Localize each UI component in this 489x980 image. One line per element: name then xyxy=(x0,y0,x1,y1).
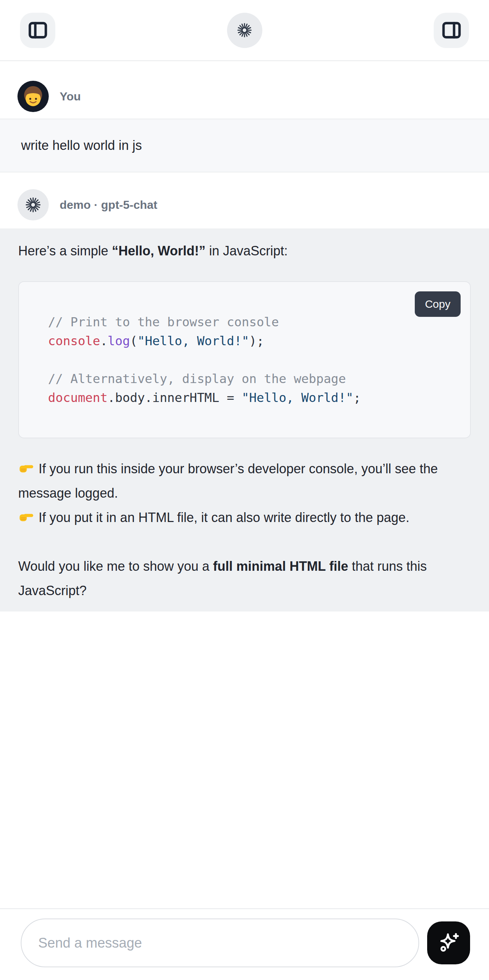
code-block: Copy // Print to the browser console con… xyxy=(18,281,471,438)
top-bar xyxy=(0,0,489,61)
sidebar-toggle-button[interactable] xyxy=(20,13,55,48)
message-composer xyxy=(0,908,489,980)
assistant-message-header: demo · gpt-5-chat xyxy=(18,189,489,220)
intro-text-after: in JavaScript: xyxy=(205,243,288,258)
assistant-note: If you run this inside your browser’s de… xyxy=(18,457,471,505)
user-message-bubble: write hello world in js xyxy=(0,119,489,172)
note-text: If you run this inside your browser’s de… xyxy=(18,461,438,501)
pointing-right-icon xyxy=(18,508,34,524)
question-text: Would you like me to show you a xyxy=(18,559,213,574)
message-input[interactable] xyxy=(21,918,419,967)
sparkle-icon xyxy=(436,931,460,955)
send-button[interactable] xyxy=(427,921,470,964)
panel-right-icon xyxy=(440,19,463,41)
assistant-intro-paragraph: Here’s a simple “Hello, World!” in JavaS… xyxy=(18,239,471,263)
pointing-right-icon xyxy=(18,459,34,475)
user-message-text: write hello world in js xyxy=(21,138,142,153)
starburst-icon xyxy=(236,22,253,38)
note-text: If you put it in an HTML file, it can al… xyxy=(38,510,409,525)
copy-button[interactable]: Copy xyxy=(415,291,460,317)
assistant-message-bubble: Here’s a simple “Hello, World!” in JavaS… xyxy=(0,228,489,611)
assistant-avatar xyxy=(18,189,49,220)
user-avatar xyxy=(18,81,49,112)
assistant-question-paragraph: Would you like me to show you a full min… xyxy=(18,554,471,603)
intro-bold-text: “Hello, World!” xyxy=(112,243,205,258)
starburst-icon xyxy=(25,196,41,213)
person-emoji-icon xyxy=(18,81,49,112)
code-content: // Print to the browser console console.… xyxy=(48,312,456,407)
intro-text: Here’s a simple xyxy=(18,243,112,258)
panel-toggle-button[interactable] xyxy=(434,13,469,48)
user-message-header: You xyxy=(18,81,489,112)
user-name-label: You xyxy=(60,90,81,103)
question-bold-text: full minimal HTML file xyxy=(213,559,348,574)
app-logo-button[interactable] xyxy=(227,13,262,48)
empty-chat-space xyxy=(0,611,489,908)
assistant-note: If you put it in an HTML file, it can al… xyxy=(18,505,471,530)
panel-left-icon xyxy=(27,19,49,41)
assistant-model-label: demo · gpt-5-chat xyxy=(60,198,157,212)
